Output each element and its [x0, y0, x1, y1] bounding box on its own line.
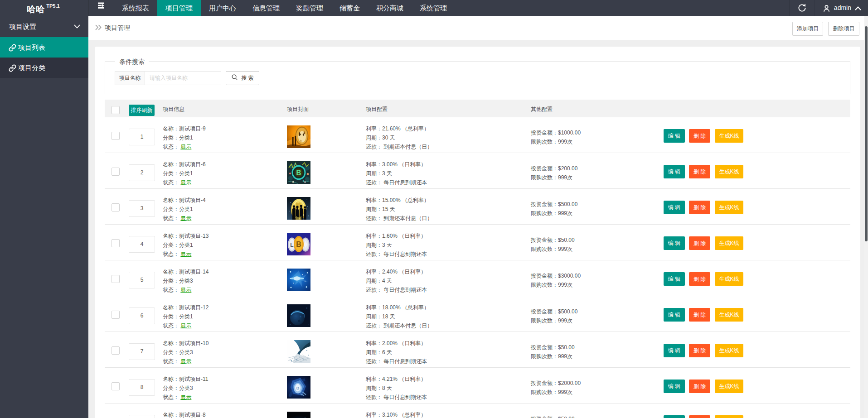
svg-text:B: B	[296, 169, 301, 177]
svg-text:B: B	[296, 386, 300, 390]
svg-text:L: L	[290, 242, 294, 248]
svg-text:B: B	[296, 240, 301, 248]
